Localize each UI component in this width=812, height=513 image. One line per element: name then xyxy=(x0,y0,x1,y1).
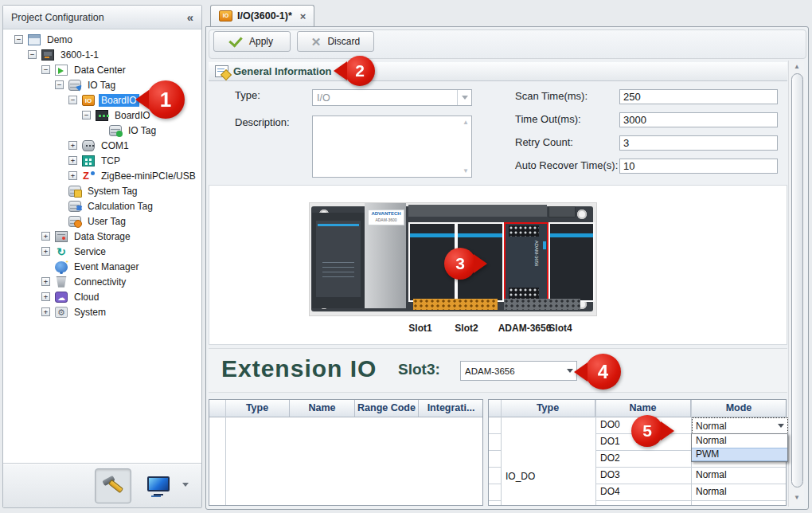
section-title: General Information xyxy=(233,65,332,77)
tree-item-calculation-tag[interactable]: Calculation Tag xyxy=(3,198,201,213)
module-bottom-terminal xyxy=(509,288,539,299)
tcp-icon xyxy=(82,155,95,166)
dropdown-option-normal[interactable]: Normal xyxy=(692,434,787,448)
expander-icon[interactable]: + xyxy=(41,277,50,286)
tab-io-3600-1[interactable]: I/O(3600-1)* × xyxy=(210,5,314,26)
vertical-scrollbar[interactable]: ▲ ▼ xyxy=(788,61,804,507)
expander-icon[interactable]: + xyxy=(41,247,50,256)
tree-item-tcp[interactable]: +TCP xyxy=(3,153,201,168)
callout-balloon-2: 2 xyxy=(334,56,375,86)
discard-button[interactable]: ✕ Discard xyxy=(297,31,374,52)
scroll-down-icon[interactable]: ▼ xyxy=(463,167,469,174)
expander-icon[interactable]: + xyxy=(41,307,50,316)
name-cell-do3[interactable]: DO3 xyxy=(596,467,688,484)
col-header-name[interactable]: Name xyxy=(290,400,355,417)
name-cell-do4[interactable]: DO4 xyxy=(596,484,688,500)
tree-item-3600-1-1[interactable]: −3600-1-1 xyxy=(3,47,201,62)
scan-time-field[interactable] xyxy=(619,89,778,104)
zigbee-icon xyxy=(82,170,95,182)
chevron-down-icon xyxy=(457,90,471,105)
configuration-mode-button[interactable] xyxy=(95,468,131,503)
app-window: Project Configuration « −Demo −3600-1-1 … xyxy=(0,0,812,513)
expander-icon[interactable]: − xyxy=(14,35,23,44)
tree-item-system-tag[interactable]: System Tag xyxy=(3,183,201,198)
col-header-type[interactable]: Type xyxy=(501,400,595,417)
tree-item-service[interactable]: +Service xyxy=(3,244,201,259)
bottom-orange-terminal xyxy=(413,299,498,310)
slot3-adam-3656-module[interactable]: ADAM-3656 xyxy=(504,222,548,302)
retry-count-label: Retry Count: xyxy=(515,136,573,148)
dropdown-option-pwm[interactable]: PWM xyxy=(692,448,787,461)
slot4-area[interactable] xyxy=(548,222,595,302)
collapse-panel-icon[interactable]: « xyxy=(187,11,193,23)
slot2-label: Slot2 xyxy=(447,323,486,334)
type-label: Type: xyxy=(235,89,260,101)
system-icon xyxy=(55,307,68,318)
tree-item-user-tag[interactable]: User Tag xyxy=(3,213,201,229)
check-icon xyxy=(228,33,242,48)
mode-combobox-do0[interactable]: Normal xyxy=(692,417,788,434)
tree-item-event-manager[interactable]: Event Manager xyxy=(3,259,201,274)
expander-icon[interactable]: − xyxy=(82,111,91,119)
chevron-down-icon xyxy=(775,418,787,433)
col-header-type[interactable]: Type xyxy=(225,400,290,417)
time-out-label: Time Out(ms): xyxy=(515,113,581,125)
slot3-module-select[interactable]: ADAM-3656 xyxy=(460,361,577,381)
expander-icon[interactable]: − xyxy=(68,96,77,104)
tree-item-data-center[interactable]: −Data Center xyxy=(3,62,201,77)
expander-icon[interactable]: + xyxy=(68,141,77,150)
auto-recover-field[interactable] xyxy=(619,159,778,174)
col-header-mode[interactable]: Mode xyxy=(691,400,787,417)
data-center-icon xyxy=(55,65,68,76)
retry-count-field[interactable] xyxy=(619,135,778,151)
group-type-cell[interactable]: IO_DO xyxy=(502,468,593,485)
mode-cell-do4[interactable]: Normal xyxy=(692,484,783,500)
scrollbar-up-icon[interactable]: ▲ xyxy=(791,61,802,72)
extension-io-title: Extension IO xyxy=(221,355,377,382)
tree-item-com1[interactable]: +COM1 xyxy=(3,138,201,153)
scrollbar-down-icon[interactable]: ▼ xyxy=(791,492,802,503)
mode-cell-do3[interactable]: Normal xyxy=(692,467,783,484)
expander-icon[interactable]: + xyxy=(41,292,50,301)
cpu-section xyxy=(312,213,365,308)
tree-item-connectivity[interactable]: +Connectivity xyxy=(3,274,201,289)
name-cell-do2[interactable]: DO2 xyxy=(596,450,688,467)
expander-icon[interactable]: + xyxy=(41,232,50,241)
col-header-name[interactable]: Name xyxy=(595,400,691,417)
expander-icon[interactable]: − xyxy=(55,80,64,89)
board-icon xyxy=(96,110,108,121)
mode-dropdown-list: Normal PWM xyxy=(691,433,788,462)
led-labels xyxy=(322,262,354,280)
col-header-integration[interactable]: Integrati... xyxy=(419,400,483,417)
tab-close-icon[interactable]: × xyxy=(300,10,306,22)
monitor-mode-button[interactable] xyxy=(141,469,176,503)
tree-item-zigbee[interactable]: +ZigBee-miniPCIe/USB xyxy=(3,168,201,183)
tree-item-system[interactable]: +System xyxy=(3,304,201,319)
expander-icon[interactable]: − xyxy=(28,50,37,59)
extension-io-section: Extension IO Slot3: ADAM-3656 xyxy=(209,348,787,393)
apply-button[interactable]: Apply xyxy=(213,31,291,52)
general-information-header: General Information xyxy=(209,62,787,81)
expander-icon[interactable]: + xyxy=(68,171,77,180)
time-out-field[interactable] xyxy=(619,112,778,127)
scrollbar-thumb[interactable] xyxy=(791,73,803,488)
project-panel-title: Project Configuration xyxy=(11,12,187,23)
description-textarea[interactable]: ▲ ▼ xyxy=(312,116,472,178)
tree-item-demo[interactable]: −Demo xyxy=(3,32,201,47)
io-badge-icon xyxy=(219,10,232,22)
tree-item-io-tag-leaf[interactable]: IO Tag xyxy=(3,123,201,138)
tree-item-data-storage[interactable]: +Data Storage xyxy=(3,229,201,244)
advantech-logo: ADVANTECH ADAM-3600 xyxy=(368,210,404,225)
user-tag-icon xyxy=(68,216,81,227)
controller-icon xyxy=(41,49,54,61)
tree-item-cloud[interactable]: +Cloud xyxy=(3,289,201,304)
scroll-up-icon[interactable]: ▲ xyxy=(463,119,469,126)
col-header-range-code[interactable]: Range Code xyxy=(355,400,419,417)
footer-chevron-down-icon[interactable] xyxy=(182,483,189,490)
expander-icon[interactable]: + xyxy=(68,156,77,165)
data-storage-icon xyxy=(55,231,68,242)
cloud-icon xyxy=(55,292,68,303)
expander-icon[interactable]: − xyxy=(41,65,50,74)
project-icon xyxy=(28,34,41,45)
boardio-icon xyxy=(82,95,95,106)
